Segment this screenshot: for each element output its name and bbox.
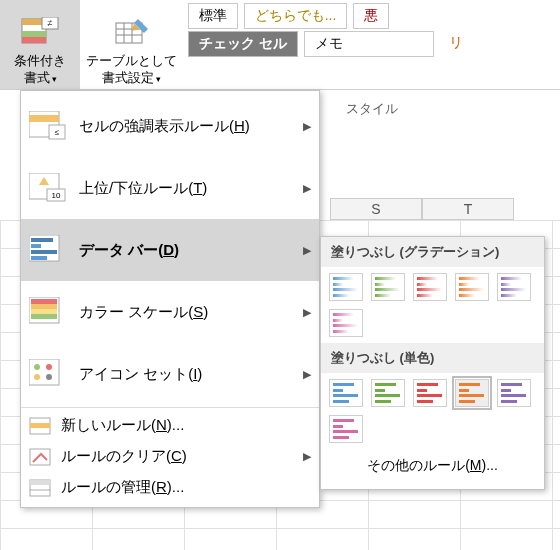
data-bar-swatch[interactable] <box>329 415 363 443</box>
highlight-rules-icon: ≤ <box>29 111 67 141</box>
ribbon: ≠ 条件付き 書式▾ テーブルとして 書式設定▾ 標準 どちらでも... 悪 チ… <box>0 0 560 90</box>
color-scales-icon <box>29 297 67 327</box>
solid-fill-grid <box>321 373 544 449</box>
svg-rect-2 <box>22 31 46 37</box>
svg-rect-27 <box>31 314 57 319</box>
svg-point-29 <box>34 364 40 370</box>
menu-data-bars-label: データ バー(D) <box>79 241 297 260</box>
cell-styles-gallery[interactable]: 標準 どちらでも... 悪 チェック セル メモ リ スタイル <box>183 0 560 89</box>
submenu-arrow-icon: ▶ <box>303 120 311 133</box>
menu-highlight-label: セルの強調表示ルール(H) <box>79 117 297 136</box>
menu-new-rule[interactable]: 新しいルール(N)... <box>21 410 319 441</box>
svg-rect-26 <box>31 309 57 314</box>
menu-color-scales[interactable]: カラー スケール(S) ▶ <box>21 281 319 343</box>
style-memo[interactable]: メモ <box>304 31 434 57</box>
conditional-format-icon: ≠ <box>20 17 60 51</box>
menu-manage-rules[interactable]: ルールの管理(R)... <box>21 472 319 503</box>
menu-manage-rules-label: ルールの管理(R)... <box>61 478 311 497</box>
style-check[interactable]: チェック セル <box>188 31 298 57</box>
svg-rect-35 <box>30 449 50 465</box>
conditional-format-button[interactable]: ≠ 条件付き 書式▾ <box>0 0 80 89</box>
table-format-button[interactable]: テーブルとして 書式設定▾ <box>80 0 183 89</box>
column-header-s[interactable]: S <box>330 198 422 220</box>
submenu-arrow-icon: ▶ <box>303 368 311 381</box>
table-format-icon <box>112 17 152 51</box>
data-bar-swatch[interactable] <box>413 273 447 301</box>
top-bottom-icon: 10 <box>29 173 67 203</box>
data-bar-swatch[interactable] <box>371 379 405 407</box>
conditional-format-label: 条件付き 書式▾ <box>14 53 66 87</box>
styles-group-label: スタイル <box>346 100 398 118</box>
menu-data-bars[interactable]: データ バー(D) ▶ <box>21 219 319 281</box>
table-format-label: テーブルとして 書式設定▾ <box>86 53 177 87</box>
data-bars-submenu: 塗りつぶし (グラデーション) 塗りつぶし (単色) その他のルール(M)... <box>320 236 545 490</box>
svg-rect-22 <box>31 256 47 260</box>
clear-rules-icon <box>29 448 51 466</box>
data-bar-swatch[interactable] <box>455 273 489 301</box>
menu-clear-rules[interactable]: ルールのクリア(C) ▶ <box>21 441 319 472</box>
submenu-arrow-icon: ▶ <box>303 450 311 463</box>
data-bar-swatch[interactable] <box>455 379 489 407</box>
style-normal[interactable]: 標準 <box>188 3 238 29</box>
svg-rect-34 <box>30 423 50 428</box>
menu-separator <box>21 407 319 408</box>
menu-highlight-rules[interactable]: ≤ セルの強調表示ルール(H) ▶ <box>21 95 319 157</box>
svg-rect-25 <box>31 304 57 309</box>
menu-top-bottom-rules[interactable]: 10 上位/下位ルール(T) ▶ <box>21 157 319 219</box>
svg-point-30 <box>46 364 52 370</box>
svg-rect-37 <box>30 480 50 485</box>
svg-rect-21 <box>31 250 57 254</box>
data-bar-swatch[interactable] <box>413 379 447 407</box>
submenu-arrow-icon: ▶ <box>303 244 311 257</box>
menu-top-bottom-label: 上位/下位ルール(T) <box>79 179 297 198</box>
svg-point-32 <box>46 374 52 380</box>
data-bar-swatch[interactable] <box>329 273 363 301</box>
data-bar-swatch[interactable] <box>329 309 363 337</box>
data-bar-swatch[interactable] <box>497 379 531 407</box>
style-link[interactable]: リ <box>439 31 473 55</box>
svg-rect-20 <box>31 244 41 248</box>
menu-clear-rules-label: ルールのクリア(C) <box>61 447 297 466</box>
solid-fill-header: 塗りつぶし (単色) <box>321 343 544 373</box>
manage-rules-icon <box>29 479 51 497</box>
svg-text:≤: ≤ <box>55 128 60 137</box>
data-bars-icon <box>29 235 67 265</box>
svg-rect-24 <box>31 299 57 304</box>
submenu-arrow-icon: ▶ <box>303 182 311 195</box>
style-either[interactable]: どちらでも... <box>244 3 348 29</box>
svg-text:≠: ≠ <box>48 18 53 28</box>
new-rule-icon <box>29 417 51 435</box>
submenu-arrow-icon: ▶ <box>303 306 311 319</box>
svg-rect-28 <box>29 359 59 385</box>
svg-rect-3 <box>22 37 46 43</box>
data-bar-swatch[interactable] <box>497 273 531 301</box>
icon-sets-icon <box>29 359 67 389</box>
column-header-t[interactable]: T <box>422 198 514 220</box>
style-bad[interactable]: 悪 <box>353 3 389 29</box>
svg-point-31 <box>34 374 40 380</box>
gradient-fill-grid <box>321 267 544 343</box>
data-bar-swatch[interactable] <box>371 273 405 301</box>
svg-rect-19 <box>31 238 53 242</box>
more-rules-link[interactable]: その他のルール(M)... <box>321 449 544 483</box>
menu-color-scales-label: カラー スケール(S) <box>79 303 297 322</box>
svg-text:10: 10 <box>52 191 61 200</box>
gradient-fill-header: 塗りつぶし (グラデーション) <box>321 237 544 267</box>
svg-rect-12 <box>29 115 59 122</box>
menu-new-rule-label: 新しいルール(N)... <box>61 416 311 435</box>
menu-icon-sets-label: アイコン セット(I) <box>79 365 297 384</box>
menu-icon-sets[interactable]: アイコン セット(I) ▶ <box>21 343 319 405</box>
conditional-format-menu: ≤ セルの強調表示ルール(H) ▶ 10 上位/下位ルール(T) ▶ データ バ… <box>20 90 320 508</box>
data-bar-swatch[interactable] <box>329 379 363 407</box>
